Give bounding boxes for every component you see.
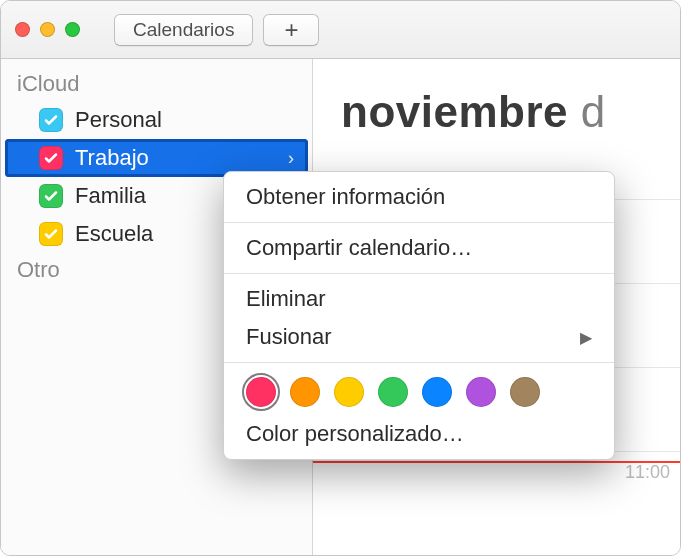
menu-item-label: Color personalizado… [246, 421, 464, 447]
menu-separator [224, 273, 614, 274]
current-time-indicator [313, 461, 680, 463]
chevron-right-icon: ▶ [580, 328, 592, 347]
menu-separator [224, 222, 614, 223]
chevron-right-icon: › [288, 148, 294, 169]
menu-item[interactable]: Color personalizado… [224, 415, 614, 453]
plus-icon: + [284, 16, 298, 44]
month-title-rest: d [568, 87, 606, 136]
window-controls [15, 22, 80, 37]
month-title: noviembre d [313, 87, 680, 137]
hour-label: 11:00 [625, 462, 670, 483]
sidebar-calendar-item[interactable]: Personal [1, 101, 312, 139]
color-swatch[interactable] [246, 377, 276, 407]
menu-color-row [224, 369, 614, 415]
sidebar-calendar-label: Escuela [75, 221, 153, 247]
color-swatch[interactable] [334, 377, 364, 407]
sidebar-calendar-label: Familia [75, 183, 146, 209]
sidebar-section-header: iCloud [1, 67, 312, 101]
add-event-button[interactable]: + [263, 14, 319, 46]
calendar-visibility-checkbox[interactable] [39, 146, 63, 170]
menu-item[interactable]: Fusionar▶ [224, 318, 614, 356]
color-swatch[interactable] [422, 377, 452, 407]
menu-item-label: Fusionar [246, 324, 332, 350]
zoom-window-button[interactable] [65, 22, 80, 37]
hour-row: 11:00 [313, 451, 680, 535]
minimize-window-button[interactable] [40, 22, 55, 37]
calendar-context-menu: Obtener informaciónCompartir calendario…… [223, 171, 615, 460]
close-window-button[interactable] [15, 22, 30, 37]
calendars-toggle-button[interactable]: Calendarios [114, 14, 253, 46]
calendar-visibility-checkbox[interactable] [39, 108, 63, 132]
menu-item-label: Eliminar [246, 286, 325, 312]
titlebar: Calendarios + [1, 1, 680, 59]
menu-item[interactable]: Compartir calendario… [224, 229, 614, 267]
color-swatch[interactable] [466, 377, 496, 407]
menu-separator [224, 362, 614, 363]
calendar-visibility-checkbox[interactable] [39, 222, 63, 246]
menu-item-label: Compartir calendario… [246, 235, 472, 261]
calendars-toggle-label: Calendarios [133, 19, 234, 41]
menu-item-label: Obtener información [246, 184, 445, 210]
calendar-visibility-checkbox[interactable] [39, 184, 63, 208]
color-swatch[interactable] [290, 377, 320, 407]
app-window: Calendarios + iCloudPersonalTrabajo›Fami… [0, 0, 681, 556]
menu-item[interactable]: Eliminar [224, 280, 614, 318]
color-swatch[interactable] [510, 377, 540, 407]
color-swatch[interactable] [378, 377, 408, 407]
menu-item[interactable]: Obtener información [224, 178, 614, 216]
month-title-bold: noviembre [341, 87, 568, 136]
sidebar-calendar-label: Trabajo [75, 145, 149, 171]
sidebar-calendar-label: Personal [75, 107, 162, 133]
